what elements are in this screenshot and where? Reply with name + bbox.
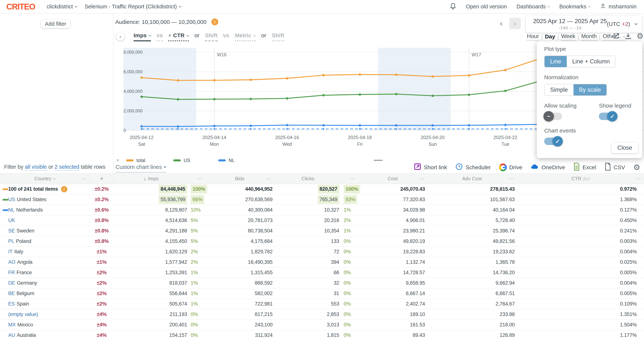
- open-old-version-link[interactable]: Open old version: [466, 3, 507, 10]
- table-row[interactable]: ES Spain ±2% 505,674 1% 722,981 553 0% 2…: [0, 299, 644, 309]
- table-settings-gear-icon[interactable]: ⚙: [633, 163, 640, 171]
- notifications-bell-icon[interactable]: [450, 3, 456, 11]
- data-point[interactable]: [286, 97, 288, 99]
- column-menu-icon[interactable]: ⋯: [197, 176, 202, 182]
- custom-chart-lines-dropdown[interactable]: Custom chart lines: [116, 164, 166, 173]
- chart-settings-gear-icon[interactable]: ⚙: [636, 32, 644, 40]
- column-menu-icon[interactable]: ⋯: [266, 176, 271, 182]
- data-point[interactable]: [286, 124, 288, 126]
- data-point[interactable]: [359, 124, 361, 127]
- column-header-imps[interactable]: ↓ Imps: [114, 174, 188, 184]
- table-row[interactable]: (empty value) ±4% 211,193 0% 817,215 2,8…: [0, 309, 644, 320]
- data-point[interactable]: [213, 125, 216, 127]
- data-point[interactable]: [250, 98, 252, 100]
- column-menu-icon[interactable]: ⋯: [82, 176, 86, 182]
- export-excel-button[interactable]: Excel: [573, 163, 596, 172]
- table-row[interactable]: 100 of 241 total items i ±0.2% 84,448,94…: [0, 184, 644, 194]
- data-point[interactable]: [177, 98, 179, 101]
- data-point[interactable]: [504, 124, 507, 126]
- data-point[interactable]: [468, 94, 470, 96]
- table-row[interactable]: AO Angola ±1% 1,577,942 2% 16,490,395 39…: [0, 257, 644, 268]
- data-point[interactable]: [250, 124, 252, 127]
- filter-selected-link[interactable]: 2 selected: [55, 164, 79, 171]
- data-point[interactable]: [213, 79, 216, 81]
- column-header-adv-cost[interactable]: Adv Cost ⋯: [427, 174, 517, 184]
- granularity-tab-day[interactable]: Day: [545, 33, 555, 40]
- table-row[interactable]: US United States ±0.2% 55,936,799 66% 27…: [0, 194, 644, 205]
- table-row[interactable]: MX Mexico ±4% 200,401 0% 243,100 3,013 0…: [0, 320, 644, 330]
- data-point[interactable]: [504, 90, 507, 92]
- data-point[interactable]: [177, 125, 179, 128]
- normalization-option-simple[interactable]: Simple: [544, 84, 574, 95]
- add-filter-button[interactable]: Add filter: [41, 20, 70, 28]
- audience-info-icon[interactable]: i: [211, 18, 218, 25]
- metric-selector-ctr[interactable]: × CTR: [168, 32, 189, 41]
- table-row[interactable]: SE Sweden ±0.8% 4,291,188 5% 80,738,504 …: [0, 226, 644, 236]
- table-row[interactable]: NL Netherlands ±0.6% 8,129,807 10% 40,30…: [0, 205, 644, 215]
- column-menu-icon[interactable]: ⋯: [636, 176, 641, 182]
- user-menu[interactable]: mshamonin: [600, 3, 636, 10]
- settings-close-button[interactable]: Close: [611, 142, 638, 153]
- column-menu-icon[interactable]: ⋯: [509, 176, 514, 182]
- report-selector[interactable]: Selenium - Traffic Report (Clickdistrict…: [84, 3, 181, 10]
- column-header-country[interactable]: Country ⋯: [0, 174, 90, 184]
- column-header-ctr[interactable]: CTRf(x) ⋯: [517, 174, 644, 184]
- add-column-button[interactable]: +: [90, 174, 114, 184]
- data-point[interactable]: [359, 73, 361, 76]
- column-header-clicks[interactable]: Clicks: [274, 174, 342, 184]
- data-point[interactable]: [140, 76, 143, 79]
- vs-toggle-2[interactable]: vs: [223, 32, 229, 40]
- data-point[interactable]: [359, 93, 361, 96]
- show-legend-toggle[interactable]: ✓: [599, 113, 617, 120]
- vs-toggle-1[interactable]: vs: [156, 32, 163, 41]
- chart-resize-handle[interactable]: [374, 160, 383, 161]
- collapse-chart-button[interactable]: ‹: [116, 32, 124, 41]
- table-row[interactable]: IT Italy ±1% 1,620,129 2% 1,829,782 72 0…: [0, 247, 644, 257]
- data-point[interactable]: [468, 124, 470, 127]
- bookmarks-menu[interactable]: Bookmarks: [559, 3, 590, 10]
- table-row[interactable]: BE Belgium ±2% 556,644 1% 582,002 31 0% …: [0, 288, 644, 299]
- data-point[interactable]: [177, 79, 179, 82]
- column-menu-icon[interactable]: ⋯: [419, 176, 424, 182]
- date-range-picker[interactable]: 2025 Apr 12 — 2025 Apr 25 -14d — -1d (UT…: [526, 15, 642, 33]
- granularity-tab-week[interactable]: Week: [561, 33, 575, 41]
- dashboards-menu[interactable]: Dashboards: [516, 3, 550, 10]
- date-range-next-button[interactable]: ›: [509, 18, 521, 29]
- row-info-icon[interactable]: i: [61, 186, 67, 192]
- table-row[interactable]: PL Poland ±0.8% 4,155,450 5% 4,175,684 1…: [0, 236, 644, 247]
- scheduler-button[interactable]: Scheduler: [455, 163, 491, 172]
- short-link-button[interactable]: Short link: [414, 163, 447, 172]
- data-point[interactable]: [432, 124, 434, 127]
- export-csv-button[interactable]: CSV: [604, 163, 625, 172]
- data-point[interactable]: [468, 74, 470, 77]
- allow-scaling-toggle[interactable]: −: [544, 113, 562, 120]
- data-point[interactable]: [140, 95, 143, 98]
- plot-type-option-line[interactable]: Line: [544, 56, 567, 67]
- export-drive-button[interactable]: Drive: [499, 163, 522, 171]
- column-header-cost[interactable]: Cost ⋯: [358, 174, 427, 184]
- open-in-new-icon[interactable]: [613, 32, 620, 40]
- account-selector[interactable]: clickdistrict: [47, 3, 77, 10]
- remove-metric-icon[interactable]: ×: [168, 33, 171, 38]
- table-row[interactable]: UK ±0.8% 4,514,636 5% 20,781,073 20,316 …: [0, 215, 644, 226]
- data-point[interactable]: [395, 73, 398, 76]
- normalization-option-by-scale[interactable]: By scale: [574, 84, 606, 95]
- granularity-tab-month[interactable]: Month: [581, 33, 597, 41]
- shift-toggle-1[interactable]: Shift: [205, 32, 218, 41]
- plot-type-option-line---column[interactable]: Line + Column: [567, 56, 616, 67]
- data-point[interactable]: [395, 124, 398, 127]
- data-point[interactable]: [213, 98, 216, 100]
- data-point[interactable]: [286, 77, 288, 80]
- export-onedrive-button[interactable]: OneDrive: [530, 163, 565, 171]
- column-header-bids[interactable]: Bids ⋯: [205, 174, 274, 184]
- metric-selector-imps[interactable]: Imps: [134, 32, 151, 41]
- chart-events-toggle[interactable]: ✓: [544, 138, 562, 145]
- metric-selector-extra[interactable]: Metric: [235, 32, 256, 41]
- table-row[interactable]: DE Germany ±2% 818,037 1% 888,592 32 0% …: [0, 278, 644, 288]
- download-icon[interactable]: [624, 32, 632, 40]
- table-row[interactable]: AU Australia ±4% 154,157 0% 311,924 1,81…: [0, 330, 644, 340]
- column-menu-icon[interactable]: ⋯: [350, 176, 355, 182]
- data-point[interactable]: [322, 124, 325, 127]
- data-point[interactable]: [322, 94, 325, 97]
- data-point[interactable]: [432, 75, 434, 78]
